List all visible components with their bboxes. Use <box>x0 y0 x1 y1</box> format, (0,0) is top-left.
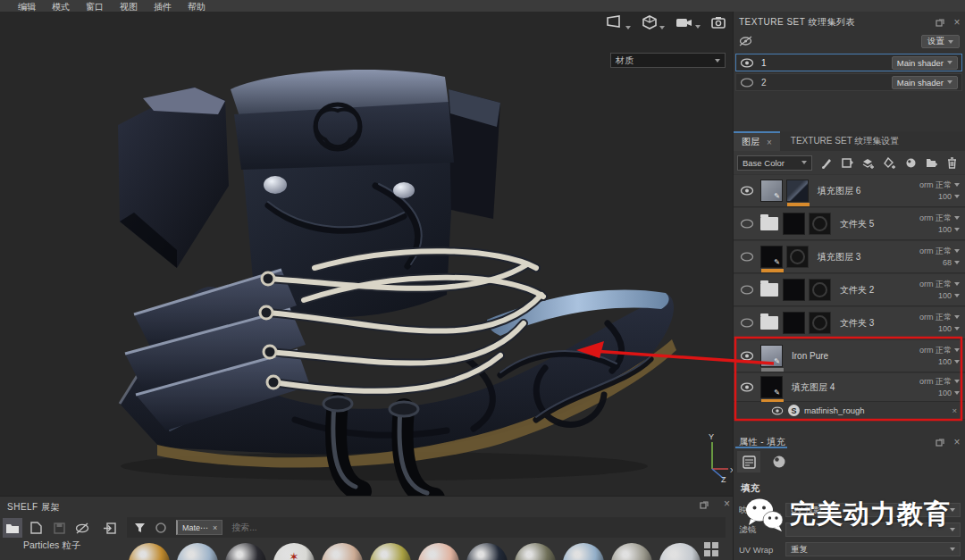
eye-off-icon[interactable] <box>740 318 754 328</box>
material-sphere-gold[interactable] <box>129 543 170 560</box>
channel-dropdown[interactable]: Base Color <box>737 155 812 171</box>
filter-chip-materials[interactable]: Mate⋯ × <box>176 520 222 535</box>
layer-mask-thumbnail[interactable] <box>783 279 805 301</box>
eye-off-icon[interactable] <box>740 78 754 88</box>
eye-off-icon[interactable] <box>740 219 754 229</box>
main-shader-button[interactable]: Main shader <box>892 56 958 70</box>
material-view-icon[interactable] <box>642 15 665 29</box>
opacity-dropdown[interactable]: 100 <box>919 290 960 302</box>
opacity-dropdown[interactable]: 100 <box>919 356 960 368</box>
add-fill-layer-icon[interactable] <box>884 157 896 169</box>
eye-icon[interactable] <box>740 351 754 361</box>
eye-icon[interactable] <box>740 186 754 196</box>
close-tab-icon[interactable]: × <box>767 138 772 147</box>
add-effect-icon[interactable] <box>905 157 917 169</box>
shelf-hide-icon[interactable] <box>72 518 92 538</box>
layer-mask-thumbnail[interactable]: ✎ <box>760 246 783 268</box>
shelf-folder-icon[interactable] <box>3 518 22 538</box>
layer-row-iron-pure[interactable]: ✎ Iron Pure orm 正常100 <box>734 340 965 372</box>
grid-view-icon[interactable] <box>704 542 718 556</box>
layer-content-thumbnail[interactable] <box>809 213 831 235</box>
material-sphere-beige[interactable] <box>322 543 363 560</box>
layer-content-thumbnail[interactable] <box>809 312 831 334</box>
3d-model-boot[interactable] <box>0 12 733 496</box>
delete-layer-icon[interactable] <box>947 157 957 169</box>
layer-row-folder-3[interactable]: 文件夹 3 orm 正常100 <box>734 307 965 339</box>
shelf-save-icon[interactable] <box>49 518 69 538</box>
close-panel-icon[interactable]: × <box>953 18 961 27</box>
shelf-item-particles[interactable]: Particles 粒子 <box>23 539 80 552</box>
layer-content-thumbnail[interactable] <box>786 180 809 202</box>
uv-wrap-dropdown[interactable]: 重复 <box>785 542 961 556</box>
opacity-dropdown[interactable]: 100 <box>919 224 960 236</box>
material-sphere-black[interactable] <box>225 543 266 560</box>
filter-icon[interactable] <box>134 522 146 533</box>
camera-icon[interactable] <box>676 16 701 29</box>
blend-mode-dropdown[interactable]: orm 正常 <box>919 180 960 191</box>
layer-mask-thumbnail[interactable] <box>783 312 805 334</box>
blend-mode-dropdown[interactable]: orm 正常 <box>919 279 960 290</box>
layer-mask-thumbnail[interactable]: ✎ <box>760 376 783 398</box>
material-sphere-olive[interactable] <box>515 543 556 560</box>
layer-mask-thumbnail[interactable]: ✎ <box>760 180 783 202</box>
layer-content-thumbnail[interactable] <box>809 279 831 301</box>
viewport-material-dropdown[interactable]: 材质 <box>610 53 726 68</box>
layer-row-fill-4[interactable]: ✎ 填充图层 4 orm 正常100 <box>734 373 965 402</box>
close-panel-icon[interactable]: × <box>953 438 961 447</box>
material-sphere-pink[interactable] <box>418 543 459 560</box>
blend-mode-dropdown[interactable]: orm 正常 <box>919 312 960 323</box>
add-layer-icon[interactable] <box>862 157 875 169</box>
material-sphere-blue-chrome[interactable] <box>563 543 604 560</box>
smart-material-icon[interactable] <box>842 157 853 169</box>
material-sphere-navy[interactable] <box>466 543 508 560</box>
axis-gizmo[interactable]: Y X Z <box>700 431 733 483</box>
float-panel-icon[interactable] <box>936 438 944 447</box>
tab-material-sphere[interactable] <box>768 451 791 472</box>
remove-effect-icon[interactable]: × <box>952 405 957 415</box>
visibility-icon[interactable] <box>739 36 752 46</box>
layer-row-folder-2[interactable]: 文件夹 2 orm 正常100 <box>734 274 965 306</box>
screenshot-icon[interactable] <box>711 16 726 29</box>
effect-row-matfinish-rough[interactable]: S matfinish_rough × <box>734 402 965 420</box>
tab-layers[interactable]: 图层 × <box>734 131 780 151</box>
add-folder-icon[interactable] <box>926 157 938 168</box>
opacity-dropdown[interactable]: 100 <box>919 191 960 203</box>
filtering-dropdown[interactable] <box>785 522 961 537</box>
texture-set-settings-button[interactable]: 设置 <box>921 35 960 48</box>
material-sphere-stone[interactable] <box>611 543 652 560</box>
layer-content-thumbnail[interactable]: ✎ <box>760 345 783 367</box>
paint-tool-icon[interactable] <box>821 157 833 169</box>
menu-edit[interactable]: 编辑 <box>18 1 36 12</box>
material-sphere-green-gold[interactable] <box>370 543 411 560</box>
refresh-icon[interactable] <box>155 522 167 534</box>
blend-mode-dropdown[interactable]: orm 正常 <box>919 345 960 356</box>
display-mode-icon[interactable] <box>606 15 631 29</box>
menu-window[interactable]: 窗口 <box>86 1 104 12</box>
layer-mask-thumbnail[interactable] <box>783 213 805 235</box>
menu-view[interactable]: 视图 <box>120 1 138 12</box>
menu-help[interactable]: 帮助 <box>188 1 206 12</box>
shelf-import-icon[interactable] <box>99 518 119 538</box>
blend-mode-dropdown[interactable]: orm 正常 <box>919 246 960 257</box>
blend-mode-dropdown[interactable]: orm 正常 <box>919 376 960 388</box>
menu-plugins[interactable]: 插件 <box>154 1 172 12</box>
tab-material-properties[interactable] <box>737 451 760 472</box>
texture-set-row-1[interactable]: 1 Main shader <box>735 54 962 71</box>
shelf-search-input[interactable]: 搜索... <box>231 522 256 534</box>
layer-row-folder-5[interactable]: 文件夹 5 orm 正常100 <box>734 208 965 240</box>
eye-off-icon[interactable] <box>740 285 754 295</box>
tab-texture-set-settings[interactable]: TEXTURE SET 纹理集设置 <box>780 131 910 151</box>
texture-set-row-2[interactable]: 2 Main shader <box>735 73 962 91</box>
eye-icon[interactable] <box>740 58 754 68</box>
material-sphere-chrome[interactable] <box>177 543 218 560</box>
eye-icon[interactable] <box>740 382 754 392</box>
shelf-new-icon[interactable] <box>26 518 46 538</box>
float-panel-icon[interactable] <box>936 18 944 27</box>
remove-chip-icon[interactable]: × <box>213 523 217 532</box>
blend-mode-dropdown[interactable]: orm 正常 <box>919 213 960 224</box>
main-shader-button[interactable]: Main shader <box>892 76 958 89</box>
layer-row-fill-6[interactable]: ✎ 填充图层 6 orm 正常100 <box>734 175 965 207</box>
3d-viewport[interactable]: 材质 Y X Z <box>0 12 733 496</box>
material-sphere-pale[interactable] <box>659 543 701 560</box>
opacity-dropdown[interactable]: 68 <box>919 257 960 269</box>
